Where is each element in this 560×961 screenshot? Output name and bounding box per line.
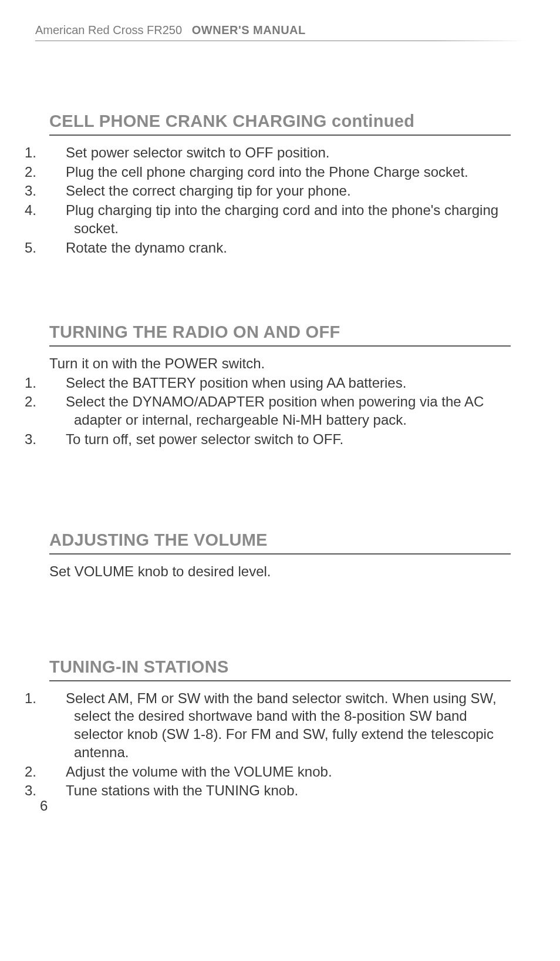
step-text: Tune stations with the TUNING knob.: [66, 782, 298, 798]
list-item: 2.Adjust the volume with the VOLUME knob…: [49, 763, 511, 781]
header-divider: [35, 41, 525, 41]
step-text: Rotate the dynamo crank.: [66, 240, 227, 256]
list-item: 3.To turn off, set power selector switch…: [49, 431, 511, 449]
header-label: OWNER'S MANUAL: [192, 23, 306, 36]
manual-page: American Red Cross FR250 OWNER'S MANUAL …: [0, 0, 560, 961]
step-text: Select AM, FM or SW with the band select…: [66, 690, 497, 760]
section-heading: TUNING-IN STATIONS: [49, 657, 511, 681]
running-header: American Red Cross FR250 OWNER'S MANUAL: [35, 23, 525, 41]
section-intro: Set VOLUME knob to desired level.: [49, 563, 511, 580]
section-intro: Turn it on with the POWER switch.: [49, 355, 511, 372]
step-text: Adjust the volume with the VOLUME knob.: [66, 764, 332, 779]
list-item: 1.Set power selector switch to OFF posit…: [49, 144, 511, 162]
step-text: Plug the cell phone charging cord into t…: [66, 164, 468, 180]
step-text: Select the BATTERY position when using A…: [66, 375, 406, 391]
list-item: 5.Rotate the dynamo crank.: [49, 239, 511, 257]
step-text: Select the correct charging tip for your…: [66, 183, 351, 199]
section-heading: TURNING THE RADIO ON AND OFF: [49, 322, 511, 347]
page-number: 6: [40, 798, 48, 814]
list-item: 2.Select the DYNAMO/ADAPTER position whe…: [49, 393, 511, 429]
section-heading: ADJUSTING THE VOLUME: [49, 530, 511, 555]
section-tuning-in-stations: TUNING-IN STATIONS 1.Select AM, FM or SW…: [49, 657, 511, 800]
step-text: To turn off, set power selector switch t…: [66, 431, 343, 447]
ordered-steps: 1.Select the BATTERY position when using…: [49, 374, 511, 449]
ordered-steps: 1.Set power selector switch to OFF posit…: [49, 144, 511, 257]
list-item: 2.Plug the cell phone charging cord into…: [49, 163, 511, 182]
section-adjusting-volume: ADJUSTING THE VOLUME Set VOLUME knob to …: [49, 530, 511, 580]
step-text: Plug charging tip into the charging cord…: [66, 202, 498, 236]
step-text: Set power selector switch to OFF positio…: [66, 145, 330, 160]
list-item: 4.Plug charging tip into the charging co…: [49, 201, 511, 237]
list-item: 1.Select AM, FM or SW with the band sele…: [49, 690, 511, 762]
page-content: CELL PHONE CRANK CHARGING continued 1.Se…: [35, 112, 525, 800]
ordered-steps: 1.Select AM, FM or SW with the band sele…: [49, 690, 511, 800]
section-cell-phone-crank-charging: CELL PHONE CRANK CHARGING continued 1.Se…: [49, 112, 511, 257]
step-text: Select the DYNAMO/ADAPTER position when …: [66, 394, 484, 428]
list-item: 3.Select the correct charging tip for yo…: [49, 182, 511, 200]
section-heading: CELL PHONE CRANK CHARGING continued: [49, 112, 511, 136]
list-item: 3.Tune stations with the TUNING knob.: [49, 782, 511, 800]
list-item: 1.Select the BATTERY position when using…: [49, 374, 511, 392]
section-turning-radio-on-off: TURNING THE RADIO ON AND OFF Turn it on …: [49, 322, 511, 448]
header-brand: American Red Cross FR250: [35, 23, 182, 36]
